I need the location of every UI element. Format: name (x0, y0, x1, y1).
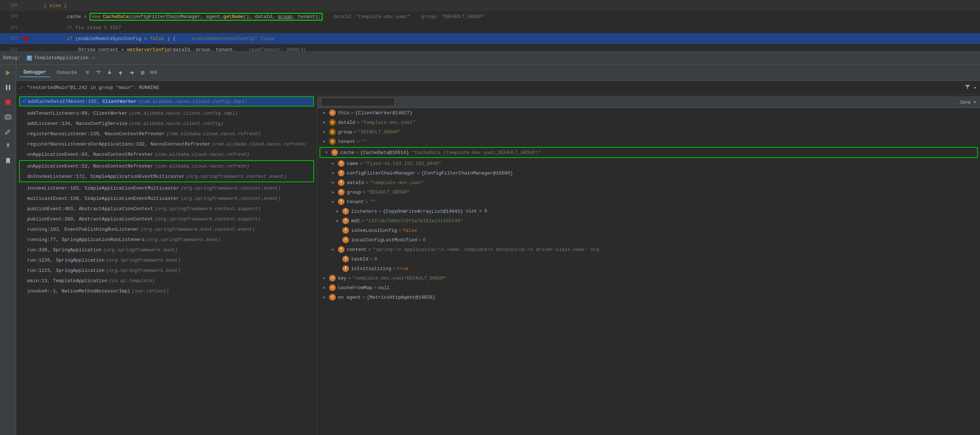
tab-close-button[interactable]: × (92, 55, 95, 61)
stack-item-13[interactable]: running:103, EventPublishingRunListener … (16, 224, 317, 234)
var-row-taskid[interactable]: f taskId = 0 (317, 254, 980, 264)
var-row-listeners[interactable]: ▶ f listeners = {CopyOnWriteArrayList@14… (317, 207, 980, 216)
stack-item-17[interactable]: run:1215, SpringApplication (org.springf… (16, 265, 317, 276)
var-expand-dataid[interactable]: ▶ (323, 120, 329, 124)
thread-check-icon: ✓ (20, 85, 23, 91)
chevron-icon[interactable]: ▾ (974, 85, 976, 91)
var-row-md5[interactable]: ▶ f md5 = "13fc3b7500b7c5f5a79162a131465… (317, 216, 980, 226)
stack-item-2[interactable]: addTenantListeners:88, ClientWorker (com… (16, 108, 317, 118)
var-row-this[interactable]: ▶ ≡ this = {ClientWorker@14027} (317, 108, 980, 118)
sidebar-btn-bookmark[interactable] (2, 154, 15, 167)
sidebar-btn-camera[interactable] (2, 110, 15, 123)
var-expand-lclm[interactable] (336, 238, 342, 242)
code-line-193: 193 String content = getServerConfig(dat… (0, 44, 980, 51)
var-expand-agent[interactable]: ▶ (323, 295, 329, 300)
sidebar-btn-resume[interactable] (2, 66, 15, 80)
var-value-name: "fixed-43.143.155.103_8848" (364, 161, 442, 166)
var-expand-isinitializing[interactable] (336, 267, 342, 271)
line-number-193: 193 (0, 47, 22, 51)
variables-panel[interactable]: Java ▾ ▶ ≡ this = {ClientWorker@14027} ▶… (317, 95, 980, 435)
var-expand-cachefrommap[interactable]: ▶ (323, 285, 329, 290)
var-row-cfcm[interactable]: ▶ f configFilterChainManager = {ConfigFi… (317, 168, 980, 178)
sidebar-btn-edit[interactable] (2, 125, 15, 138)
var-row-name[interactable]: ▶ f name = "fixed-43.143.155.103_8848" (317, 159, 980, 168)
var-row-group[interactable]: ▶ p group = "DEFAULT_GROUP" (317, 127, 980, 137)
stack-item-19[interactable]: invoke0:-1, NativeMethodAccessorImpl (su… (16, 286, 317, 296)
stack-item-4[interactable]: registerNacosListener:139, NacosContextR… (16, 129, 317, 139)
stack-class-italic-5: (com.alibaba.cloud.nacos.refresh) (212, 142, 306, 147)
sidebar-btn-settings[interactable] (2, 140, 15, 153)
var-expand-tenant[interactable]: ▶ (323, 139, 329, 143)
stack-item-5[interactable]: registerNacosListenersForApplications:10… (16, 139, 317, 149)
stack-class-10: SimpleApplicationEventMulticaster (84, 196, 179, 201)
var-row-cache[interactable]: ▼ ≡ cache = {CacheData@10514} "CacheData… (320, 148, 977, 157)
stack-item-12[interactable]: publishEvent:360, AbstractApplicationCon… (16, 214, 317, 224)
var-expand-this[interactable]: ▶ (323, 111, 329, 115)
var-row-cachefrommap[interactable]: ▶ ≡ cacheFromMap = null (317, 283, 980, 292)
var-expand-cache[interactable]: ▼ (325, 151, 331, 155)
var-expand-taskid[interactable] (336, 257, 342, 261)
stack-item-8[interactable]: doInvokeListener:172, SimpleApplicationE… (20, 171, 313, 182)
var-name-taskid: taskId (351, 257, 368, 262)
console-tab-btn[interactable]: Console (53, 69, 80, 77)
variables-search-input[interactable] (321, 98, 395, 106)
step-over-icon[interactable] (94, 69, 102, 77)
var-row-dataid[interactable]: ▶ p dataId = "template-dev.yaml" (317, 118, 980, 127)
run-to-cursor-icon[interactable] (127, 69, 135, 77)
var-row-localconfiglastmodified[interactable]: f localConfigLastModified = 0 (317, 235, 980, 245)
stack-item-14[interactable]: running:77, SpringApplicationRunListener… (16, 234, 317, 245)
sidebar-btn-pause[interactable] (2, 81, 15, 94)
stack-class-18: TemplateApplication (53, 278, 107, 284)
var-equals-cachefrommap: = (374, 285, 377, 291)
var-expand-tenant-child[interactable]: ▶ (332, 199, 338, 204)
show-frames-icon[interactable]: ≡ (83, 69, 91, 77)
var-expand-listeners[interactable]: ▶ (336, 209, 342, 214)
breakpoint-192[interactable] (24, 37, 28, 41)
var-row-isuselocalconfig[interactable]: f isUseLocalConfig = false (317, 226, 980, 235)
sidebar-btn-stop[interactable] (2, 96, 15, 109)
var-row-tenant[interactable]: ▶ p tenant = "" (317, 137, 980, 146)
var-row-agent[interactable]: ▶ ≡ oo agent = {MetricsHttpAgent@14028} (317, 292, 980, 302)
var-expand-md5[interactable]: ▶ (336, 218, 342, 223)
stack-item-3[interactable]: addListener:134, NacosConfigService (com… (16, 118, 317, 129)
evaluate-icon[interactable]: ⊞ (138, 69, 146, 77)
stack-item-15[interactable]: run:330, SpringApplication (org.springfr… (16, 245, 317, 255)
stack-item-1[interactable]: ↩ addCacheDataIfAbsent:192, ClientWorker… (19, 96, 314, 107)
var-expand-cfcm[interactable]: ▶ (332, 171, 338, 175)
debugger-tab-btn[interactable]: Debugger (20, 68, 50, 77)
var-row-content[interactable]: ▶ f content = "spring:\n application:\n … (317, 245, 980, 254)
step-out-icon[interactable] (116, 69, 124, 77)
code-line-191: 191 // fix issue # 1317 (0, 22, 980, 33)
stack-item-7[interactable]: onApplicationEvent:52, NacosContextRefre… (20, 161, 313, 171)
filter-icon[interactable] (964, 84, 970, 91)
var-row-group-child[interactable]: ▶ f group = "DEFAULT_GROUP" (317, 187, 980, 197)
var-icon-content: f (338, 246, 345, 253)
stack-item-9[interactable]: invokeListener:165, SimpleApplicationEve… (16, 183, 317, 193)
var-row-isinitializing[interactable]: f isInitializing = true (317, 264, 980, 273)
var-name-tenant-child: tenant (347, 199, 364, 205)
var-icon-taskid: f (342, 256, 349, 262)
debug-tab-template[interactable]: T TemplateApplication × (24, 54, 98, 62)
stack-class-19: NativeMethodAccessorImpl (62, 288, 130, 294)
var-row-key[interactable]: ▶ ≡ key = "template-dev.yaml+DEFAULT_GRO… (317, 273, 980, 283)
var-expand-key[interactable]: ▶ (323, 276, 329, 280)
var-row-dataid-child[interactable]: ▶ f dataId = "template-dev.yaml" (317, 178, 980, 187)
var-row-tenant-child[interactable]: ▶ f tenant = "" (317, 197, 980, 207)
stack-item-18[interactable]: main:13, TemplateApplication (cn.qz.temp… (16, 276, 317, 286)
stack-item-16[interactable]: run:1226, SpringApplication (org.springf… (16, 255, 317, 265)
stack-name-17: run:1215, (27, 268, 56, 273)
var-expand-name[interactable]: ▶ (332, 161, 338, 166)
var-equals-isuselocalconfig: = (399, 228, 401, 233)
call-stack-panel[interactable]: ↩ addCacheDataIfAbsent:192, ClientWorker… (16, 95, 317, 435)
var-icon-dataid: p (329, 119, 336, 126)
var-expand-dataid-child[interactable]: ▶ (332, 180, 338, 185)
stack-item-10[interactable]: multicastEvent:139, SimpleApplicationEve… (16, 193, 317, 204)
trace-icon[interactable]: ≡≡ (150, 69, 158, 77)
step-into-icon[interactable] (105, 69, 113, 77)
var-expand-isuselocalconfig[interactable] (336, 228, 342, 233)
var-expand-content[interactable]: ▶ (332, 247, 338, 252)
var-expand-group-child[interactable]: ▶ (332, 190, 338, 194)
stack-item-6[interactable]: onApplicationEvent:83, NacosContextRefre… (16, 149, 317, 159)
var-expand-group[interactable]: ▶ (323, 130, 329, 134)
stack-item-11[interactable]: publishEvent:403, AbstractApplicationCon… (16, 204, 317, 214)
